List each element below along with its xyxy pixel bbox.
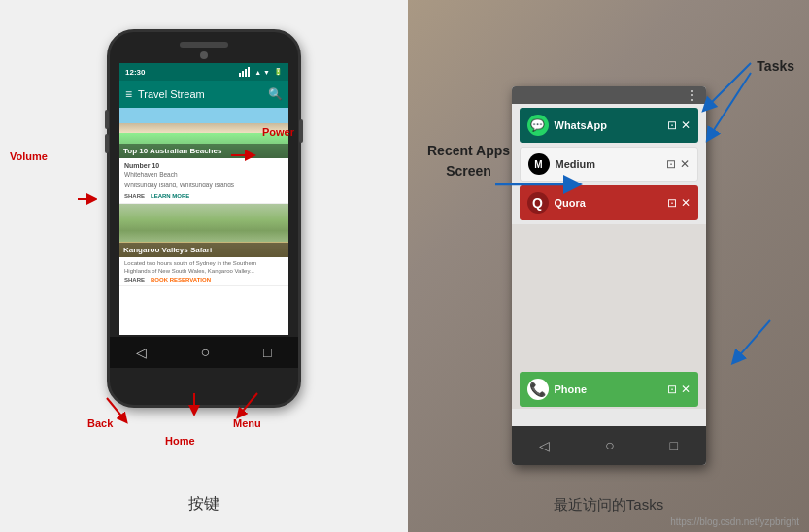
medium-label-group: M Medium	[528, 153, 596, 175]
medium-controls: ⊡ ✕	[666, 157, 690, 171]
quora-icon: Q	[527, 192, 549, 214]
quora-close-button[interactable]: ✕	[681, 196, 691, 210]
recent-home-button[interactable]: ○	[605, 437, 615, 454]
phone-app-name: Phone	[555, 383, 588, 395]
quora-minimize-button[interactable]: ⊡	[667, 196, 677, 210]
recent-apps-label: Recent Apps Screen	[427, 141, 510, 182]
phone-status-icons: ▲ ▼ 🔋	[239, 67, 283, 77]
article-title-2: Kangaroo Valleys Safari	[123, 246, 285, 254]
three-dots-icon[interactable]: ⋮	[686, 87, 700, 103]
medium-icon: M	[528, 153, 550, 175]
phone-toolbar-title: Travel Stream	[138, 88, 262, 100]
article-card-1: Top 10 Australian Beaches Number 10 Whit…	[119, 108, 288, 204]
home-label: Home	[165, 435, 195, 447]
medium-close-button[interactable]: ✕	[680, 157, 690, 171]
volume-button-2[interactable]	[105, 134, 109, 153]
quora-label-group: Q Quora	[527, 192, 586, 214]
power-label: Power	[262, 126, 294, 138]
article-title-1: Top 10 Australian Beaches	[123, 147, 285, 155]
whatsapp-label-group: 💬 WhatsApp	[527, 115, 607, 136]
article-card-2: Kangaroo Valleys Safari Located two hour…	[119, 204, 288, 287]
watermark: https://blog.csdn.net/yzpbright	[670, 516, 799, 527]
back-label: Back	[87, 417, 113, 429]
caption-right: 最近访问的Tasks	[554, 496, 663, 515]
quora-name: Quora	[555, 197, 586, 209]
recent-back-button[interactable]: ◁	[539, 438, 550, 453]
article-overlay-2: Kangaroo Valleys Safari	[119, 243, 288, 257]
back-button[interactable]: ◁	[136, 345, 147, 360]
phone-minimize-button[interactable]: ⊡	[667, 382, 677, 396]
article-img-bottom: Kangaroo Valleys Safari	[119, 204, 288, 257]
article-actions-1: SHARE LEARN MORE	[124, 193, 284, 199]
home-button[interactable]: ○	[200, 344, 210, 361]
article-overlay-1: Top 10 Australian Beaches	[119, 144, 288, 158]
share-button-2[interactable]: SHARE	[124, 277, 145, 283]
medium-minimize-button[interactable]: ⊡	[666, 157, 676, 171]
caption-left: 按键	[188, 494, 219, 515]
volume-arrow-svg	[19, 180, 97, 218]
recent-statusbar: ⋮	[512, 86, 706, 104]
article-body-2: Located two hours south of Sydney in the…	[119, 257, 288, 286]
recent-apps-list: 💬 WhatsApp ⊡ ✕ M Medium ⊡	[512, 104, 706, 224]
quora-controls: ⊡ ✕	[667, 196, 691, 210]
left-section: 12:30 ▲ ▼ 🔋 ≡ Travel	[0, 0, 408, 532]
phone-speaker	[180, 42, 228, 48]
reserve-button[interactable]: BOOK RESERVATION	[151, 277, 211, 283]
main-container: 12:30 ▲ ▼ 🔋 ≡ Travel	[0, 0, 809, 532]
whatsapp-close-button[interactable]: ✕	[681, 118, 691, 132]
article-actions-2: SHARE BOOK RESERVATION	[124, 277, 284, 283]
phone-time: 12:30	[125, 68, 145, 77]
app-task-medium[interactable]: M Medium ⊡ ✕	[520, 147, 698, 182]
article-desc-2: Located two hours south of Sydney in the…	[124, 260, 284, 276]
article-body-1: Number 10 Whitehaven Beach Whitsunday Is…	[119, 158, 288, 203]
article-subtitle-1: Number 10	[124, 162, 284, 169]
share-button-1[interactable]: SHARE	[124, 193, 145, 199]
tasks-label: Tasks	[757, 58, 794, 74]
recent-menu-button[interactable]: □	[670, 438, 678, 453]
phone-camera	[200, 51, 208, 59]
app-task-quora[interactable]: Q Quora ⊡ ✕	[520, 185, 698, 220]
signal-bars	[239, 67, 250, 77]
app-task-phone[interactable]: 📞 Phone ⊡ ✕	[520, 372, 698, 407]
menu-button[interactable]: □	[263, 345, 271, 360]
whatsapp-name: WhatsApp	[555, 119, 607, 131]
phone-icon: 📞	[527, 379, 549, 400]
phone-device: 12:30 ▲ ▼ 🔋 ≡ Travel	[107, 29, 301, 408]
phone-controls: ⊡ ✕	[667, 382, 691, 396]
article-location: Whitehaven Beach	[124, 171, 284, 179]
recent-apps-screen: ⋮ 💬 WhatsApp ⊡ ✕	[512, 86, 706, 465]
volume-label: Volume	[10, 150, 48, 162]
phone-status-bar: 12:30 ▲ ▼ 🔋	[119, 63, 288, 81]
hamburger-icon[interactable]: ≡	[125, 87, 132, 101]
right-section: Recent Apps Screen Tasks ⋮	[408, 0, 809, 532]
volume-button-1[interactable]	[105, 110, 109, 129]
phone-label-group: 📞 Phone	[527, 379, 588, 400]
phone-nav: ◁ ○ □	[110, 337, 298, 368]
whatsapp-minimize-button[interactable]: ⊡	[667, 118, 677, 132]
recent-nav: ◁ ○ □	[512, 426, 706, 465]
medium-name: Medium	[556, 158, 596, 170]
menu-label: Menu	[233, 417, 261, 429]
phone-screen: 12:30 ▲ ▼ 🔋 ≡ Travel	[119, 63, 288, 335]
search-icon[interactable]: 🔍	[268, 87, 283, 101]
article-region: Whitsunday Island, Whitsunday Islands	[124, 182, 284, 189]
whatsapp-controls: ⊡ ✕	[667, 118, 691, 132]
whatsapp-icon: 💬	[527, 115, 549, 136]
phone-toolbar: ≡ Travel Stream 🔍	[119, 81, 288, 108]
app-task-whatsapp[interactable]: 💬 WhatsApp ⊡ ✕	[520, 108, 698, 143]
learn-more-button[interactable]: LEARN MORE	[151, 193, 189, 199]
phone-close-button[interactable]: ✕	[681, 382, 691, 396]
power-button[interactable]	[299, 119, 303, 143]
